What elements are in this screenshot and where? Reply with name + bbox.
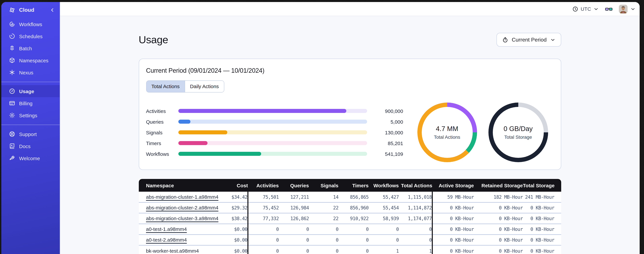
bar-row-queries: Queries 5,000 <box>146 116 403 127</box>
table-row: a0-test-2.a98mm4 $0.00 0 0 0 0 0 0 0 KB-… <box>138 234 561 245</box>
sidebar-item-billing[interactable]: Billing <box>1 97 60 109</box>
collapse-sidebar-icon[interactable] <box>50 7 55 13</box>
cell-activities: 75,452 <box>248 202 279 213</box>
period-button-label: Current Period <box>512 37 546 43</box>
cell-active-storage: 0 KB-Hour <box>432 213 474 224</box>
cell-timers: 910,922 <box>338 213 368 224</box>
sidebar-item-label: Nexus <box>19 70 33 75</box>
bar-value: 541,109 <box>367 151 403 157</box>
sidebar-item-docs[interactable]: Docs <box>1 140 60 152</box>
col-namespace: Namespace <box>138 179 219 192</box>
sidebar-item-usage[interactable]: Usage <box>1 85 60 97</box>
col-workflows: Workflows <box>368 179 399 192</box>
cell-activities: 75,501 <box>248 192 279 202</box>
temporal-logo-icon <box>9 7 16 14</box>
cell-workflows: 55,427 <box>368 192 399 202</box>
namespaces-icon <box>9 57 16 64</box>
sidebar-item-label: Namespaces <box>19 58 48 63</box>
timezone-selector[interactable]: UTC <box>572 6 599 12</box>
bar-track <box>178 130 367 134</box>
cell-total-actions: 1,174,077 <box>399 213 432 224</box>
bar-fill <box>178 120 190 124</box>
sidebar-item-support[interactable]: Support <box>1 128 60 140</box>
table-row: a0-test-1.a98mm4 $0.00 0 0 0 0 0 0 0 KB-… <box>138 224 561 234</box>
sidebar-divider <box>1 82 60 82</box>
col-retained-storage: Retained Storage <box>474 179 523 192</box>
docs-book-icon <box>9 143 16 150</box>
billing-icon <box>9 100 16 106</box>
cell-total-storage: 0 KB-Hour <box>523 202 561 213</box>
chevron-down-icon <box>594 6 599 12</box>
sidebar-item-settings[interactable]: Settings <box>1 109 60 121</box>
tab-total-actions[interactable]: Total Actions <box>146 81 184 92</box>
bar-track <box>178 141 367 145</box>
table-row: abs-migration-cluster-3.a98mm4 $38.42 77… <box>138 213 561 224</box>
namespace-link[interactable]: abs-migration-cluster-1.a98mm4 <box>146 194 218 200</box>
col-total-actions: Total Actions <box>399 179 432 192</box>
chevron-down-icon <box>550 37 555 42</box>
stopwatch-icon <box>502 37 508 43</box>
namespace-link[interactable]: a0-test-1.a98mm4 <box>146 226 187 232</box>
cell-retained-storage: 0 KB-Hour <box>474 213 523 224</box>
cell-total-storage: 241 MB-Hour <box>523 192 561 202</box>
bar-value: 900,000 <box>367 108 403 114</box>
sidebar-item-welcome[interactable]: Welcome <box>1 152 60 164</box>
bar-track <box>178 120 367 124</box>
bar-fill <box>178 141 208 145</box>
usage-icon <box>9 88 16 94</box>
cell-signals: 22 <box>309 213 338 224</box>
main-area: UTC <box>60 2 640 254</box>
cell-active-storage: 0 KB-Hour <box>432 245 474 254</box>
tab-daily-actions[interactable]: Daily Actions <box>184 81 224 92</box>
bar-fill <box>178 152 261 156</box>
screenshot-stage: Cloud Workflows Schedules <box>0 0 644 254</box>
cell-workflows: 0 <box>368 234 399 245</box>
period-selector-button[interactable]: Current Period <box>497 33 561 46</box>
sidebar-item-namespaces[interactable]: Namespaces <box>1 54 60 66</box>
bar-track <box>178 109 367 113</box>
namespace-link[interactable]: bk-worker-test.a98mm4 <box>146 248 199 254</box>
namespace-link[interactable]: abs-migration-cluster-2.a98mm4 <box>146 205 218 210</box>
cell-cost: $38.42 <box>219 213 248 224</box>
cell-active-storage: 59 MB-Hour <box>432 192 474 202</box>
bar-label: Signals <box>146 130 178 135</box>
cell-signals: 0 <box>309 224 338 234</box>
col-cost: Cost <box>219 179 248 192</box>
timezone-label: UTC <box>581 6 591 12</box>
bar-fill <box>178 130 227 134</box>
sidebar-item-nexus[interactable]: Nexus <box>1 66 60 78</box>
namespace-link[interactable]: abs-migration-cluster-3.a98mm4 <box>146 216 218 221</box>
sidebar-item-schedules[interactable]: Schedules <box>1 30 60 42</box>
support-lifebuoy-icon <box>9 131 16 138</box>
avatar <box>619 4 628 13</box>
col-activities: Activities <box>248 179 279 192</box>
cell-timers: 856,865 <box>338 192 368 202</box>
namespace-link[interactable]: a0-test-2.a98mm4 <box>146 237 187 242</box>
sidebar-item-batch[interactable]: Batch <box>1 42 60 54</box>
cell-queries: 0 <box>279 224 309 234</box>
glasses-icon <box>605 5 613 13</box>
bar-value: 130,000 <box>367 130 403 135</box>
cell-retained-storage: 0 KB-Hour <box>474 202 523 213</box>
cell-total-storage: 0 KB-Hour <box>523 213 561 224</box>
sidebar-item-label: Docs <box>19 143 30 149</box>
sidebar-item-label: Welcome <box>19 155 40 161</box>
table-row: abs-migration-cluster-2.a98mm4 $29.32 75… <box>138 202 561 213</box>
feedback-glasses-button[interactable] <box>605 5 613 13</box>
account-menu[interactable] <box>619 4 636 13</box>
namespace-usage-table: Namespace Cost Activities Queries Signal… <box>138 179 561 254</box>
brand-label: Cloud <box>19 7 50 13</box>
card-title: Current Period (09/01/2024 — 10/01/2024) <box>146 67 554 74</box>
batch-icon <box>9 45 16 52</box>
bar-value: 85,201 <box>367 140 403 146</box>
sidebar-item-workflows[interactable]: Workflows <box>1 18 60 30</box>
sidebar: Cloud Workflows Schedules <box>1 2 60 254</box>
cell-signals: 0 <box>309 234 338 245</box>
content-area: Usage Current Period Current Period (09/… <box>60 16 640 254</box>
actions-bar-chart: Activities 900,000 Queries 5,000 <box>146 106 403 159</box>
donut-label: Total Actions <box>434 134 460 140</box>
total-storage-donut: 0 GB/Day Total Storage <box>488 102 548 162</box>
bar-label: Queries <box>146 119 178 124</box>
cell-total-actions: 0 <box>399 234 432 245</box>
col-active-storage: Active Storage <box>432 179 474 192</box>
